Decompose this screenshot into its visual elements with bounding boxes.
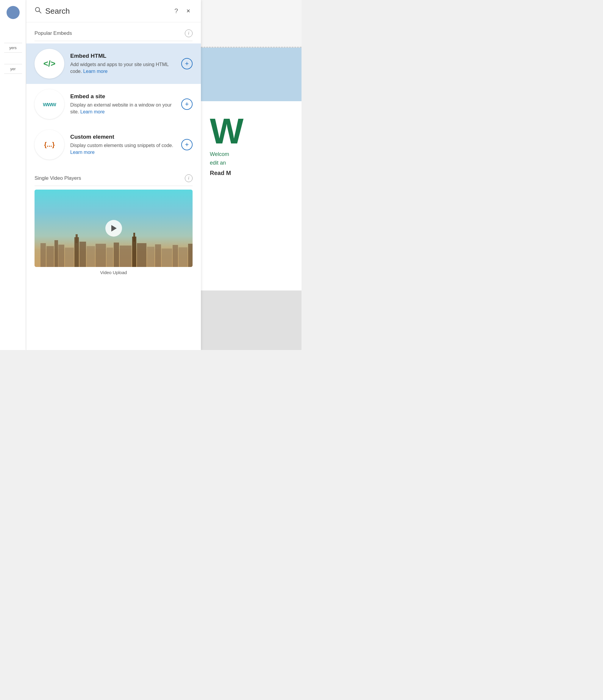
embed-html-text-area: Embed HTML Add widgets and apps to your … [70,53,175,75]
svg-line-1 [39,11,41,14]
video-section: Single Video Players i [26,165,201,283]
svg-rect-12 [96,244,106,267]
svg-rect-14 [114,243,119,267]
sidebar-item-row: yers [4,42,22,54]
video-section-info-icon[interactable]: i [185,174,193,182]
embed-html-item[interactable]: </> Embed HTML Add widgets and apps to y… [26,44,201,84]
sidebar-label-1: yers [9,46,17,50]
sidebar-line-2 [4,52,22,53]
search-header: Search ? × [26,0,201,22]
right-bottom-gray [201,291,301,350]
svg-rect-5 [54,240,58,267]
help-button[interactable]: ? [172,6,180,16]
video-play-button[interactable] [105,220,122,236]
embed-html-learn-more[interactable]: Learn more [83,69,108,74]
embed-site-add-button[interactable]: + [181,99,193,110]
right-read-more: Read M [210,170,293,176]
right-page-content: W Welcom edit an Read M [201,0,301,350]
svg-rect-11 [86,246,95,267]
svg-rect-19 [147,247,154,267]
right-banner [201,48,301,101]
svg-rect-20 [155,244,161,267]
embed-html-add-button[interactable]: + [181,58,193,69]
custom-element-add-button[interactable]: + [181,139,193,150]
embed-site-learn-more[interactable]: Learn more [80,109,105,114]
svg-rect-13 [106,248,113,267]
svg-rect-15 [120,246,131,267]
svg-rect-24 [188,244,193,267]
svg-rect-23 [179,247,187,267]
right-big-letter: W [210,113,293,149]
embed-site-item[interactable]: www Embed a site Display an external web… [26,84,201,124]
embed-html-desc: Add widgets and apps to your site using … [70,61,175,75]
popular-embeds-divider [34,41,193,41]
skyline-svg [34,231,193,267]
embed-site-text-area: Embed a site Display an external website… [70,93,175,115]
embed-site-icon-wrap: www [34,89,64,119]
search-icon [34,6,42,16]
panel-content[interactable]: Popular Embeds i </> Embed HTML Add widg… [26,22,201,350]
svg-rect-21 [161,249,172,267]
right-top-dashed-area [201,0,301,48]
svg-rect-6 [58,245,64,267]
svg-rect-3 [41,243,46,267]
svg-rect-18 [137,243,146,267]
svg-rect-7 [65,248,74,267]
play-triangle-icon [111,225,117,231]
search-title: Search [45,6,169,16]
sidebar-line-1 [4,43,22,43]
popular-embeds-section-header: Popular Embeds i [26,22,201,41]
right-white-area: W Welcom edit an Read M [201,101,301,291]
embed-site-desc: Display an external website in a window … [70,101,175,115]
sidebar-items-area: yers yer [4,42,22,75]
popular-embeds-info-icon[interactable]: i [185,29,193,37]
custom-element-text-area: Custom element Display custom elements u… [70,134,175,156]
video-section-divider [34,186,193,186]
left-sidebar: yers yer [0,0,26,350]
custom-element-desc: Display custom elements using snippets o… [70,142,175,156]
custom-element-icon-wrap: {...} [34,130,64,159]
close-button[interactable]: × [184,6,193,16]
sidebar-line-3 [4,64,22,64]
embed-html-title: Embed HTML [70,53,175,59]
embed-site-icon: www [43,101,56,108]
svg-rect-17 [133,233,135,242]
video-thumbnail[interactable] [34,190,193,267]
video-label: Video Upload [26,270,201,281]
sidebar-dot [6,6,20,19]
video-section-title: Single Video Players [34,175,81,181]
custom-element-icon: {...} [44,141,54,149]
sidebar-label-2: yer [10,67,16,71]
video-section-header: Single Video Players i [26,167,201,186]
custom-element-title: Custom element [70,134,175,140]
embed-html-icon: </> [44,59,55,69]
embed-site-title: Embed a site [70,93,175,100]
right-edit-text: edit an [210,160,293,166]
svg-rect-4 [46,246,54,267]
svg-rect-22 [173,245,178,267]
embed-html-icon-wrap: </> [34,49,64,79]
sidebar-item-row-2: yer [4,63,22,75]
right-welcome-text: Welcom [210,151,293,157]
svg-rect-9 [76,234,78,243]
custom-element-item[interactable]: {...} Custom element Display custom elem… [26,124,201,165]
custom-element-learn-more[interactable]: Learn more [70,150,95,155]
svg-rect-10 [79,242,86,267]
main-panel: Search ? × Popular Embeds i </> Embed HT… [26,0,201,350]
popular-embeds-title: Popular Embeds [34,30,72,36]
